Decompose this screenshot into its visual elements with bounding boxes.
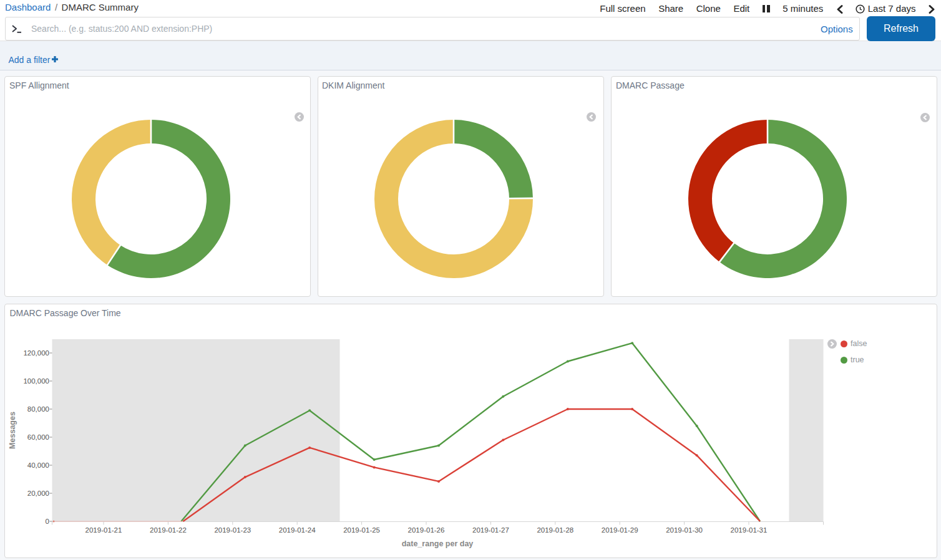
svg-text:60,000: 60,000 xyxy=(27,433,49,441)
svg-text:2019-01-30: 2019-01-30 xyxy=(666,526,703,534)
svg-text:Messages: Messages xyxy=(8,412,17,449)
svg-text:100,000: 100,000 xyxy=(23,377,49,385)
svg-text:0: 0 xyxy=(46,518,49,525)
svg-text:2019-01-25: 2019-01-25 xyxy=(343,526,380,534)
svg-text:2019-01-22: 2019-01-22 xyxy=(150,526,187,534)
svg-text:2019-01-27: 2019-01-27 xyxy=(472,526,509,534)
svg-text:20,000: 20,000 xyxy=(27,490,49,497)
svg-text:2019-01-24: 2019-01-24 xyxy=(279,526,316,534)
svg-text:date_range per day: date_range per day xyxy=(402,539,474,548)
svg-text:120,000: 120,000 xyxy=(23,349,49,357)
svg-text:40,000: 40,000 xyxy=(27,461,49,469)
svg-text:2019-01-21: 2019-01-21 xyxy=(85,526,122,534)
svg-text:80,000: 80,000 xyxy=(27,405,49,413)
svg-text:2019-01-28: 2019-01-28 xyxy=(537,526,573,534)
svg-text:2019-01-29: 2019-01-29 xyxy=(602,526,638,534)
svg-text:2019-01-23: 2019-01-23 xyxy=(214,526,251,534)
svg-text:2019-01-26: 2019-01-26 xyxy=(408,526,445,534)
svg-text:2019-01-31: 2019-01-31 xyxy=(731,526,768,534)
